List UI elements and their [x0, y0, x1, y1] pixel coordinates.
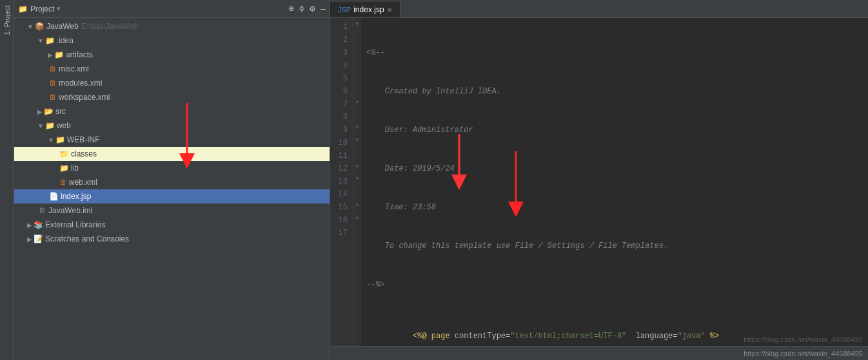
line-num-3: 3 — [330, 46, 353, 59]
fold-10[interactable]: ▼ — [353, 134, 361, 147]
tree-item-scratches[interactable]: ▶ 📝 Scratches and Consoles — [14, 232, 330, 246]
icon-indexjsp: 📄 — [49, 192, 59, 201]
line-num-2: 2 — [330, 33, 353, 46]
path-javaweb: E:\aaa\JavaWeb — [81, 22, 138, 31]
icon-webxml: 🗎 — [59, 178, 67, 187]
tree-item-javaweb-iml[interactable]: 🗎 JavaWeb.iml — [14, 204, 330, 218]
label-modules-xml: modules.xml — [59, 79, 102, 88]
fold-12[interactable]: ▲ — [353, 160, 361, 173]
arrow-javaweb: ▼ — [27, 23, 34, 30]
project-toolbar: 📁 Project ▾ ⊕ ≑ ⚙ — — [14, 0, 330, 18]
label-src: src — [55, 107, 66, 116]
code-line-2: Created by IntelliJ IDEA. — [366, 85, 863, 98]
icon-scratches: 📝 — [34, 234, 43, 243]
tab-icon-jsp: JSP — [338, 6, 351, 14]
code-line-1: <%-- — [366, 46, 863, 59]
code-content[interactable]: <%-- Created by IntelliJ IDEA. User: Adm… — [361, 18, 868, 346]
fold-13[interactable]: ▼ — [353, 173, 361, 185]
icon-external-libs: 📚 — [34, 220, 43, 229]
project-tree: ▼ 📦 JavaWeb E:\aaa\JavaWeb ▼ 📁 .idea ▶ 📁… — [14, 18, 330, 360]
tree-item-indexjsp[interactable]: 📄 index.jsp — [14, 189, 330, 204]
tree-item-idea[interactable]: ▼ 📁 .idea — [14, 33, 330, 48]
code-editor[interactable]: 1 2 3 4 5 6 7 8 9 10 11 12 13 14 15 16 1… — [330, 18, 868, 346]
tree-item-javaweb[interactable]: ▼ 📦 JavaWeb E:\aaa\JavaWeb — [14, 19, 330, 33]
tree-item-src[interactable]: ▶ 📂 src — [14, 104, 330, 118]
line-num-1: 1 — [330, 21, 353, 33]
folder-icon-src: 📂 — [44, 107, 54, 116]
label-misc-xml: misc.xml — [59, 64, 89, 73]
arrow-scratches: ▶ — [27, 236, 32, 243]
collapse-icon[interactable]: ≑ — [299, 3, 304, 14]
label-webinf: WEB-INF — [67, 135, 100, 144]
tree-item-external-libs[interactable]: ▶ 📚 External Libraries — [14, 218, 330, 232]
folder-icon-web: 📁 — [45, 121, 55, 130]
fold-8 — [353, 108, 361, 121]
tab-close-index-jsp[interactable]: ✕ — [387, 6, 392, 14]
icon-misc-xml: 🗎 — [49, 64, 57, 73]
folder-icon-classes: 📁 — [59, 149, 69, 158]
label-scratches: Scratches and Consoles — [45, 234, 129, 243]
dropdown-arrow[interactable]: ▾ — [57, 5, 61, 13]
label-javaweb-iml: JavaWeb.iml — [48, 206, 92, 215]
arrow-external-libs: ▶ — [27, 222, 32, 229]
fold-indicators: ▼ ▲ ▼ ▼ ▲ ▼ ▲ ▲ — [353, 18, 361, 346]
tree-item-lib[interactable]: 📁 lib — [14, 161, 330, 175]
folder-icon-webinf: 📁 — [55, 135, 65, 144]
fold-9[interactable]: ▼ — [353, 121, 361, 134]
tree-item-webxml[interactable]: 🗎 web.xml — [14, 175, 330, 189]
tab-index-jsp[interactable]: JSP index.jsp ✕ — [330, 2, 400, 17]
fold-4 — [353, 57, 361, 70]
arrow-artifacts: ▶ — [48, 52, 53, 59]
code-line-6: To change this template use File / Setti… — [366, 240, 863, 252]
line-num-13: 13 — [330, 175, 353, 188]
fold-17 — [353, 224, 361, 237]
fold-14 — [353, 185, 361, 198]
line-num-4: 4 — [330, 59, 353, 72]
icon-javaweb-iml: 🗎 — [39, 206, 46, 215]
editor-tabs: JSP index.jsp ✕ — [330, 0, 868, 18]
fold-7[interactable]: ▲ — [353, 95, 361, 108]
folder-icon-idea: 📁 — [45, 36, 55, 45]
status-url: https://blog.csdn.net/waxin_44588495 — [744, 350, 863, 357]
watermark-url: https://blog.csdn.net/waxin_44588495 — [744, 336, 863, 343]
line-num-8: 8 — [330, 111, 353, 124]
project-panel: 📁 Project ▾ ⊕ ≑ ⚙ — ▼ 📦 JavaWeb E:\aaa\J… — [14, 0, 330, 360]
fold-15[interactable]: ▲ — [353, 198, 361, 211]
arrow-web: ▼ — [37, 122, 44, 129]
fold-3 — [353, 44, 361, 57]
line-numbers: 1 2 3 4 5 6 7 8 9 10 11 12 13 14 15 16 1… — [330, 18, 353, 346]
minimize-icon[interactable]: — — [321, 4, 326, 14]
arrow-idea: ▼ — [37, 37, 44, 44]
project-title: 📁 Project ▾ — [18, 5, 61, 14]
editor-area: JSP index.jsp ✕ 1 2 3 4 5 6 7 8 9 10 11 … — [330, 0, 868, 360]
label-external-libs: External Libraries — [45, 220, 105, 229]
sidebar-tab-label[interactable]: 1: Project — [2, 0, 12, 40]
code-line-8: <%@ page contentType="text/html;charset=… — [366, 317, 863, 330]
tree-item-web[interactable]: ▼ 📁 web — [14, 118, 330, 133]
folder-icon-artifacts: 📁 — [54, 50, 64, 59]
line-num-17: 17 — [330, 227, 353, 240]
folder-icon-lib: 📁 — [59, 164, 69, 173]
label-artifacts: artifacts — [66, 50, 93, 59]
add-icon[interactable]: ⊕ — [288, 3, 293, 14]
tree-item-artifacts[interactable]: ▶ 📁 artifacts — [14, 48, 330, 62]
line-num-11: 11 — [330, 149, 353, 162]
tree-item-modules-xml[interactable]: 🗎 modules.xml — [14, 76, 330, 90]
sidebar-tab[interactable]: 1: Project — [0, 0, 14, 360]
line-num-7: 7 — [330, 98, 353, 111]
tree-item-webinf[interactable]: ▼ 📁 WEB-INF — [14, 133, 330, 147]
arrow-webinf: ▼ — [48, 137, 54, 144]
fold-6 — [353, 82, 361, 95]
label-javaweb: JavaWeb — [46, 22, 79, 31]
watermark: https://blog.csdn.net/waxin_44588495 — [744, 336, 863, 343]
tree-item-misc-xml[interactable]: 🗎 misc.xml — [14, 62, 330, 76]
tree-item-classes[interactable]: 📁 classes — [14, 147, 330, 161]
tree-item-workspace-xml[interactable]: 🗎 workspace.xml — [14, 90, 330, 104]
icon-workspace-xml: 🗎 — [49, 93, 57, 102]
fold-1[interactable]: ▼ — [353, 18, 361, 31]
arrow-src: ▶ — [37, 108, 43, 115]
code-line-3: User: Administrator — [366, 124, 863, 137]
fold-16[interactable]: ▲ — [353, 211, 361, 224]
settings-icon[interactable]: ⚙ — [310, 3, 315, 14]
label-webxml: web.xml — [69, 178, 97, 187]
